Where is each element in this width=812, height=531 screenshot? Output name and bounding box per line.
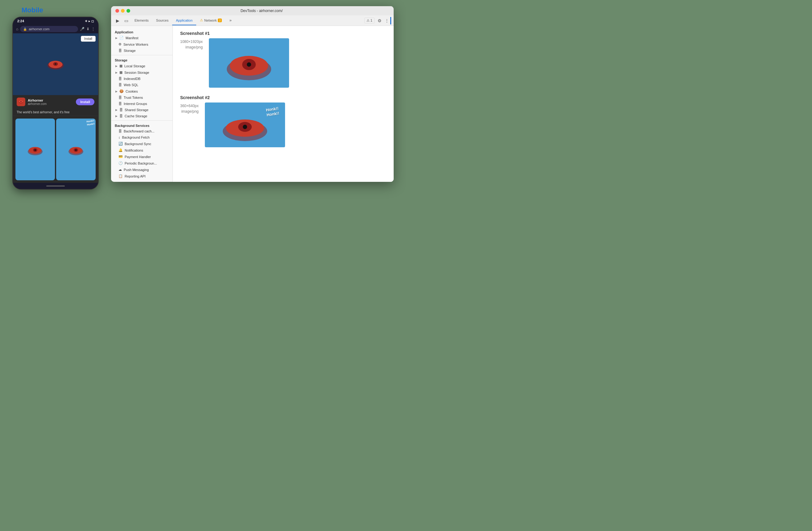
storage-label: Storage [124, 49, 136, 53]
app-info: Airhorner airhorner.com [28, 98, 73, 106]
sidebar-item-bg-fetch[interactable]: ↕ Background Fetch [111, 134, 172, 140]
websql-icon: 🗄 [118, 83, 122, 87]
devtools-title: DevTools - airhorner.com/ [134, 9, 389, 13]
tab-network[interactable]: ⚠ Network 2 [196, 16, 226, 25]
bg-fetch-label: Background Fetch [122, 136, 150, 139]
honk-overlay-text: Honk!!Honk!! [266, 106, 279, 117]
sidebar-item-push-messaging[interactable]: ☁ Push Messaging [111, 166, 172, 173]
phone-screenshot-1 [15, 118, 55, 180]
reporting-api-icon: 📋 [118, 174, 123, 178]
app-icon-svg [18, 99, 24, 104]
section-header-bg-services: Background Services [111, 122, 172, 128]
svg-point-8 [21, 101, 21, 102]
sidebar-item-notifications[interactable]: 🔔 Notifications [111, 147, 172, 153]
tab-application[interactable]: Application [172, 16, 196, 25]
payment-handler-label: Payment Handler [125, 155, 151, 159]
phone-frame: 2:24 ✶ ▸ ◻ ⌂ 🔒 airhorner.com 🎤 ⬇ ⋮ Insta… [12, 17, 99, 190]
tab-sources[interactable]: Sources [153, 16, 172, 25]
active-indicator [390, 17, 391, 24]
install-btn-top[interactable]: Install [81, 36, 96, 42]
notifications-icon: 🔔 [118, 148, 123, 152]
manifest-icon: 📄 [119, 36, 124, 40]
section-header-storage: Storage [111, 56, 172, 63]
devtools-body: Application ▶ 📄 Manifest ⚙ Service Worke… [111, 26, 394, 182]
push-messaging-icon: ☁ [118, 168, 122, 172]
address-input[interactable]: 🔒 airhorner.com [20, 26, 78, 32]
session-storage-label: Session Storage [124, 71, 149, 74]
main-panel: Screenshot #1 1080×1920px image/png [173, 26, 394, 182]
sidebar-item-payment-handler[interactable]: 💳 Payment Handler [111, 153, 172, 160]
service-workers-icon: ⚙ [118, 42, 121, 46]
warning-icon: ⚠ [200, 18, 203, 22]
interest-groups-label: Interest Groups [124, 102, 147, 106]
settings-icon[interactable]: ⚙ [378, 18, 382, 23]
arrow-icon-ls: ▶ [115, 65, 118, 68]
install-banner: Airhorner airhorner.com Install [13, 95, 98, 109]
more-options-icon[interactable]: ⋮ [385, 18, 389, 23]
wifi-icon: ▸ [89, 19, 90, 23]
app-description: The world's best airhorner, and it's fre… [13, 109, 98, 116]
screenshot-1-preview [209, 38, 289, 88]
cookies-label: Cookies [126, 89, 138, 93]
sidebar-item-manifest[interactable]: ▶ 📄 Manifest [111, 34, 172, 41]
sidebar-item-indexeddb[interactable]: 🗄 IndexedDB [111, 75, 172, 82]
install-btn-banner[interactable]: Install [76, 98, 95, 105]
battery-icon: ◻ [91, 19, 94, 23]
close-button[interactable] [115, 9, 119, 13]
bfcache-icon: 🗄 [118, 129, 122, 133]
sidebar-item-trust-tokens[interactable]: 🗄 Trust Tokens [111, 95, 172, 101]
service-workers-label: Service Workers [124, 43, 148, 46]
phone-time: 2:24 [17, 19, 24, 23]
mobile-label: Mobile [21, 6, 43, 14]
app-icon [17, 98, 25, 106]
screenshot-1-svg [218, 43, 280, 83]
sidebar-item-session-storage[interactable]: ▶ ▦ Session Storage [111, 69, 172, 75]
sidebar-item-service-workers[interactable]: ⚙ Service Workers [111, 41, 172, 47]
sidebar-item-periodic-bg[interactable]: 🕐 Periodic Backgroun... [111, 160, 172, 166]
tab-more[interactable]: » [226, 15, 235, 26]
devtools-tabs-bar: ▶ ▭ Elements Sources Application ⚠ Netwo… [111, 15, 394, 26]
interest-groups-icon: 🗄 [118, 102, 122, 106]
sidebar-item-bg-sync[interactable]: 🔄 Background Sync [111, 140, 172, 147]
shared-storage-label: Shared Storage [125, 108, 148, 112]
warning-indicator[interactable]: ⚠ 1 [364, 18, 375, 24]
arrow-icon: ▶ [115, 37, 118, 40]
indexeddb-icon: 🗄 [118, 77, 122, 81]
tab-elements[interactable]: Elements [131, 16, 153, 25]
cursor-icon[interactable]: ▶ [114, 16, 122, 26]
periodic-bg-label: Periodic Backgroun... [125, 162, 157, 165]
devtools-window: DevTools - airhorner.com/ ▶ ▭ Elements S… [111, 6, 394, 182]
honk-text-thumb: Honk!!Honk!! [86, 119, 95, 126]
phone-screenshot-2: Honk!!Honk!! [56, 118, 96, 180]
screenshot-2-preview: Honk!!Honk!! [205, 102, 285, 147]
home-indicator [46, 185, 65, 186]
screenshot-2-type: image/png [182, 109, 199, 114]
horn-thumb-2 [68, 143, 85, 155]
sidebar-item-local-storage[interactable]: ▶ ▦ Local Storage [111, 63, 172, 69]
sidebar-item-reporting-api[interactable]: 📋 Reporting API [111, 173, 172, 179]
bfcache-label: Back/forward cach... [124, 129, 155, 133]
horn-display-area [13, 33, 98, 95]
svg-point-12 [34, 150, 36, 151]
sidebar-item-cache-storage[interactable]: ▶ 🗄 Cache Storage [111, 113, 172, 119]
payment-handler-icon: 💳 [118, 155, 123, 159]
arrow-icon-cache: ▶ [115, 114, 118, 117]
sidebar-item-bfcache[interactable]: 🗄 Back/forward cach... [111, 128, 172, 134]
sidebar-item-cookies[interactable]: ▶ 🍪 Cookies [111, 88, 172, 95]
separator-1 [111, 55, 172, 55]
app-name: Airhorner [28, 98, 73, 102]
maximize-button[interactable] [127, 9, 130, 13]
sidebar-item-interest-groups[interactable]: 🗄 Interest Groups [111, 101, 172, 107]
device-toggle-icon[interactable]: ▭ [122, 16, 131, 26]
minimize-button[interactable] [121, 9, 125, 13]
status-bar: 2:24 ✶ ▸ ◻ [13, 17, 98, 25]
cookies-icon: 🍪 [119, 89, 124, 93]
manifest-label: Manifest [126, 36, 139, 40]
sidebar-item-storage[interactable]: 🗄 Storage [111, 47, 172, 54]
phone-bottom-bar [13, 183, 98, 189]
svg-point-4 [55, 63, 56, 65]
sidebar-item-shared-storage[interactable]: ▶ 🗄 Shared Storage [111, 107, 172, 113]
app-domain: airhorner.com [28, 102, 73, 106]
sidebar-item-web-sql[interactable]: 🗄 Web SQL [111, 82, 172, 88]
horn-thumb-1 [27, 143, 44, 155]
